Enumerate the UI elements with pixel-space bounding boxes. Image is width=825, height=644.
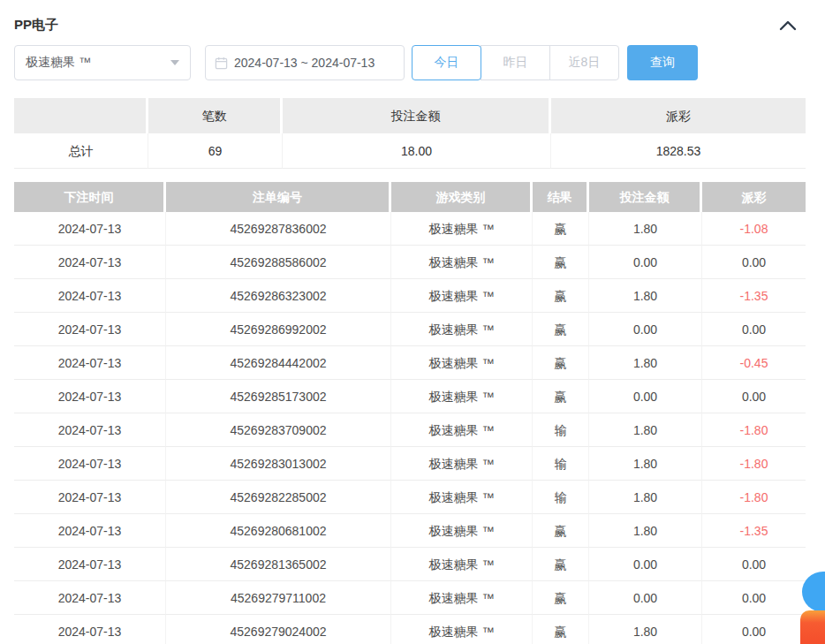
summary-total-payout: 1828.53: [551, 133, 806, 169]
bet-id: 45269282285002: [166, 481, 391, 514]
table-row: 2024-07-1345269286992002极速糖果 ™赢0.000.00: [14, 313, 806, 346]
col-bet-id: 注单编号: [166, 182, 391, 212]
bet-result: 输: [533, 413, 589, 447]
summary-col-bet-amount: 投注金额: [283, 98, 551, 133]
panel-header: PP电子: [14, 0, 806, 34]
bet-id: 45269287836002: [166, 212, 391, 246]
yesterday-button[interactable]: 昨日: [481, 45, 550, 80]
bet-result: 赢: [533, 514, 589, 548]
game-select[interactable]: 极速糖果 ™: [14, 45, 191, 80]
bet-table: 下注时间 注单编号 游戏类别 结果 投注金额 派彩 2024-07-134526…: [14, 182, 806, 644]
bet-game: 极速糖果 ™: [391, 279, 533, 313]
bet-payout: -1.80: [702, 481, 806, 514]
bet-date: 2024-07-13: [14, 447, 166, 481]
bet-amount: 1.80: [589, 481, 702, 514]
bet-id: 45269283013002: [166, 447, 391, 481]
game-select-value: 极速糖果 ™: [26, 55, 91, 71]
page-title: PP电子: [14, 17, 58, 34]
customer-service-widget[interactable]: [799, 572, 825, 644]
chevron-up-icon: [779, 20, 797, 31]
bet-payout: -1.80: [702, 447, 806, 481]
bet-id: 45269285173002: [166, 380, 391, 413]
bet-payout: 0.00: [702, 548, 806, 581]
bet-payout: -1.08: [702, 212, 806, 246]
bet-date: 2024-07-13: [14, 212, 166, 246]
bet-payout: 0.00: [702, 615, 806, 644]
bet-date: 2024-07-13: [14, 481, 166, 514]
bet-amount: 1.80: [589, 615, 702, 644]
summary-table: 笔数 投注金额 派彩 总计 69 18.00 1828.53: [14, 98, 806, 169]
table-row: 2024-07-1345269281365002极速糖果 ™赢0.000.00: [14, 548, 806, 581]
bet-result: 赢: [533, 380, 589, 413]
bet-amount: 1.80: [589, 279, 702, 313]
bet-date: 2024-07-13: [14, 279, 166, 313]
table-row: 2024-07-1345269279024002极速糖果 ™赢1.800.00: [14, 615, 806, 644]
bet-date: 2024-07-13: [14, 413, 166, 447]
summary-header-row: 笔数 投注金额 派彩: [14, 98, 806, 133]
bet-id: 45269279711002: [166, 581, 391, 615]
bet-id: 45269286323002: [166, 279, 391, 313]
table-row: 2024-07-1345269279711002极速糖果 ™赢0.000.00: [14, 581, 806, 615]
bet-amount: 1.80: [589, 212, 702, 246]
bet-result: 赢: [533, 313, 589, 346]
bet-id: 45269284442002: [166, 346, 391, 380]
collapse-panel-button[interactable]: [777, 17, 799, 34]
bet-result: 赢: [533, 279, 589, 313]
bet-amount: 0.00: [589, 246, 702, 279]
table-row: 2024-07-1345269286323002极速糖果 ™赢1.80-1.35: [14, 279, 806, 313]
table-row: 2024-07-1345269288586002极速糖果 ™赢0.000.00: [14, 246, 806, 279]
bet-game: 极速糖果 ™: [391, 481, 533, 514]
bet-date: 2024-07-13: [14, 615, 166, 644]
bet-game: 极速糖果 ™: [391, 413, 533, 447]
bet-result: 赢: [533, 548, 589, 581]
today-button[interactable]: 今日: [412, 45, 481, 80]
bet-game: 极速糖果 ™: [391, 380, 533, 413]
table-row: 2024-07-1345269280681002极速糖果 ™赢1.80-1.35: [14, 514, 806, 548]
bet-date: 2024-07-13: [14, 246, 166, 279]
bet-game: 极速糖果 ™: [391, 212, 533, 246]
bet-payout: 0.00: [702, 581, 806, 615]
bet-payout: -0.45: [702, 346, 806, 380]
bet-date: 2024-07-13: [14, 380, 166, 413]
col-bet-amount: 投注金额: [589, 182, 702, 212]
bet-amount: 0.00: [589, 581, 702, 615]
search-button[interactable]: 查询: [627, 45, 698, 80]
summary-total-bet-amount: 18.00: [283, 133, 551, 169]
date-range-value: 2024-07-13 ~ 2024-07-13: [234, 56, 375, 70]
date-range-input[interactable]: 2024-07-13 ~ 2024-07-13: [205, 45, 405, 80]
bet-amount: 0.00: [589, 313, 702, 346]
table-row: 2024-07-1345269283013002极速糖果 ™输1.80-1.80: [14, 447, 806, 481]
bet-game: 极速糖果 ™: [391, 313, 533, 346]
bet-table-header: 下注时间 注单编号 游戏类别 结果 投注金额 派彩: [14, 182, 806, 212]
bet-amount: 1.80: [589, 346, 702, 380]
bet-id: 45269288586002: [166, 246, 391, 279]
summary-col-count: 笔数: [148, 98, 283, 133]
bet-date: 2024-07-13: [14, 346, 166, 380]
bet-payout: 0.00: [702, 313, 806, 346]
col-game-category: 游戏类别: [391, 182, 533, 212]
table-row: 2024-07-1345269285173002极速糖果 ™赢0.000.00: [14, 380, 806, 413]
customer-service-mascot-icon: [800, 610, 825, 644]
bet-amount: 1.80: [589, 514, 702, 548]
bet-date: 2024-07-13: [14, 514, 166, 548]
bet-date: 2024-07-13: [14, 548, 166, 581]
date-quick-buttons: 今日 昨日 近8日: [412, 45, 619, 80]
bet-game: 极速糖果 ™: [391, 615, 533, 644]
bet-result: 输: [533, 447, 589, 481]
table-row: 2024-07-1345269287836002极速糖果 ™赢1.80-1.08: [14, 212, 806, 246]
last-8-days-button[interactable]: 近8日: [549, 45, 619, 80]
table-row: 2024-07-1345269282285002极速糖果 ™输1.80-1.80: [14, 481, 806, 514]
bet-result: 赢: [533, 346, 589, 380]
bet-result: 赢: [533, 581, 589, 615]
bet-amount: 0.00: [589, 548, 702, 581]
summary-col-blank: [14, 98, 148, 133]
bet-result: 输: [533, 481, 589, 514]
table-row: 2024-07-1345269284442002极速糖果 ™赢1.80-0.45: [14, 346, 806, 380]
bet-payout: 0.00: [702, 380, 806, 413]
bet-amount: 0.00: [589, 380, 702, 413]
col-result: 结果: [533, 182, 589, 212]
bet-id: 45269279024002: [166, 615, 391, 644]
summary-col-payout: 派彩: [551, 98, 806, 133]
summary-total-label: 总计: [14, 133, 148, 169]
col-payout: 派彩: [702, 182, 806, 212]
